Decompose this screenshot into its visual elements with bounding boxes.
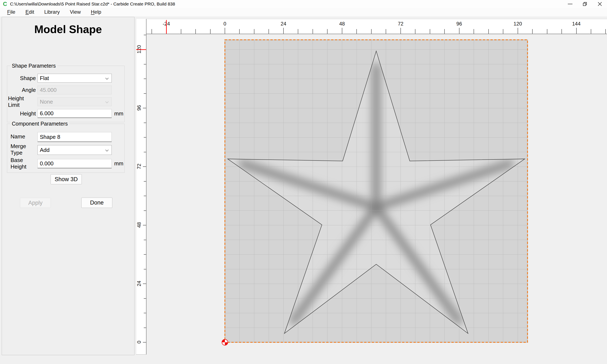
menu-library[interactable]: Library [41, 8, 63, 16]
height-unit-label: mm [114, 109, 123, 118]
ruler-tick [144, 313, 146, 313]
merge-type-label: Merge Type [11, 145, 38, 154]
ruler-tick [144, 240, 146, 240]
ruler-tick [444, 29, 445, 34]
apply-button[interactable]: Apply [20, 198, 51, 208]
ruler-tick [144, 196, 146, 196]
ruler-tick [144, 210, 146, 211]
cursor-y-indicator [136, 49, 146, 50]
ruler-tick [298, 29, 298, 34]
window-title: C:\Users\willa\Downloads\5 Point Raised … [10, 1, 175, 7]
ruler-tick [605, 29, 606, 34]
ruler-tick [342, 28, 342, 34]
ruler-corner [136, 19, 146, 34]
ruler-tick [143, 166, 146, 167]
ruler-tick [415, 29, 415, 34]
ruler-tick [239, 29, 240, 34]
ruler-tick [268, 29, 269, 34]
ruler-tick [143, 342, 146, 342]
ruler-tick [181, 29, 181, 34]
menu-help[interactable]: Help [87, 8, 105, 16]
ruler-tick [532, 29, 533, 34]
merge-type-select[interactable]: Add [38, 145, 112, 155]
chevron-down-icon [106, 77, 109, 80]
minimize-button[interactable] [563, 0, 578, 8]
window-controls [563, 0, 607, 8]
ruler-label: 72 [398, 21, 403, 27]
ruler-tick [488, 29, 489, 34]
shape-label: Shape [8, 74, 36, 83]
carbide-create-window: C C:\Users\willa\Downloads\5 Point Raise… [0, 0, 607, 364]
ruler-tick [400, 28, 401, 34]
component-name-field[interactable] [38, 132, 112, 142]
ruler-tick [144, 78, 146, 79]
ruler-tick [547, 29, 547, 34]
ruler-tick [144, 269, 146, 269]
height-limit-select: None [38, 97, 112, 106]
ruler-tick [283, 28, 284, 34]
base-height-field[interactable] [38, 159, 112, 168]
ruler-label: 96 [136, 102, 142, 114]
ruler-label: 144 [572, 21, 581, 27]
ruler-label: 24 [281, 21, 286, 27]
close-button[interactable] [592, 0, 607, 8]
minimize-icon [568, 4, 572, 4]
ruler-tick [459, 28, 460, 34]
ruler-tick [327, 29, 328, 34]
ruler-tick [561, 29, 562, 34]
name-row: Name [7, 132, 124, 142]
menu-view[interactable]: View [66, 8, 84, 16]
cursor-x-indicator [166, 20, 167, 34]
horizontal-ruler: -24024487296120144 [136, 19, 607, 34]
app-logo-icon: C [3, 1, 7, 7]
done-button[interactable]: Done [81, 198, 112, 208]
shape-parameters-legend: Shape Parameters [10, 63, 57, 69]
ruler-tick [430, 29, 430, 34]
ruler-tick [576, 28, 577, 34]
ruler-tick [195, 29, 196, 34]
chevron-down-icon [106, 148, 109, 152]
height-field[interactable] [38, 109, 112, 118]
ruler-label: 0 [224, 21, 226, 27]
height-limit-value: None [40, 99, 53, 105]
ruler-label: 72 [136, 160, 142, 172]
menu-edit[interactable]: Edit [22, 8, 38, 16]
vertical-ruler: 024487296120 [136, 34, 146, 354]
design-canvas[interactable] [147, 34, 607, 364]
ruler-tick [144, 298, 146, 299]
angle-field [38, 86, 112, 94]
ruler-tick [144, 181, 146, 182]
height-row: Height mm [7, 109, 124, 118]
restore-icon [583, 2, 587, 6]
shape-select[interactable]: Flat [38, 74, 112, 83]
ruler-tick [144, 254, 146, 255]
merge-type-row: Merge Type Add [7, 145, 124, 155]
ruler-tick [144, 137, 146, 138]
ruler-tick [144, 93, 146, 94]
ruler-tick [144, 35, 146, 35]
base-height-row: Base Height mm [7, 159, 124, 168]
shape-select-value: Flat [40, 75, 49, 81]
ruler-label: 96 [456, 21, 462, 27]
height-limit-row: Height Limit None [7, 97, 124, 106]
ruler-tick [254, 29, 254, 34]
shape-row: Shape Flat [7, 74, 124, 83]
restore-button[interactable] [578, 0, 592, 8]
menu-file[interactable]: File [4, 8, 19, 16]
ruler-tick [152, 29, 152, 34]
ruler-tick [144, 64, 146, 65]
ruler-tick [143, 284, 146, 284]
title-bar: C C:\Users\willa\Downloads\5 Point Raise… [0, 0, 607, 8]
ruler-tick [356, 29, 357, 34]
page-title: Model Shape [2, 23, 134, 36]
show-3d-button[interactable]: Show 3D [51, 174, 82, 184]
ruler-tick [371, 29, 371, 34]
base-height-unit-label: mm [114, 159, 123, 168]
chevron-down-icon [106, 100, 109, 104]
ruler-tick [144, 327, 146, 328]
origin-marker[interactable] [222, 339, 228, 345]
ruler-tick [210, 29, 211, 34]
ruler-tick [143, 108, 146, 108]
ruler-tick [225, 28, 225, 34]
height-limit-label: Height Limit [8, 97, 36, 106]
